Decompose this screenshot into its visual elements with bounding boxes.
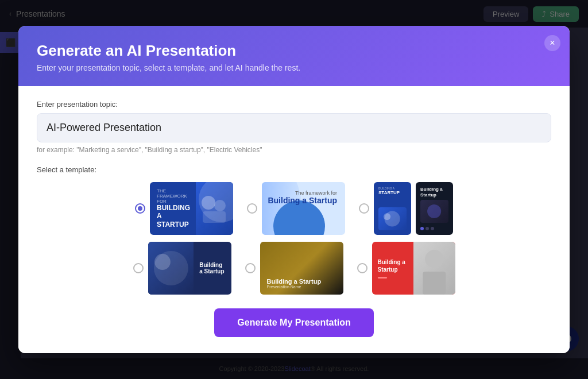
modal-close-button[interactable]: × xyxy=(544,35,560,51)
topic-input[interactable] xyxy=(37,113,551,142)
template-radio-1[interactable] xyxy=(135,203,145,214)
template-card-6[interactable]: Building a Startup Presentation Name xyxy=(260,242,343,295)
template-row-1: The framework for BUILDING A STARTUP xyxy=(37,182,551,235)
modal-overlay: Generate an AI Presentation Enter your p… xyxy=(0,0,588,379)
modal-title: Generate an AI Presentation xyxy=(37,42,551,60)
template-field-label: Select a template: xyxy=(37,165,551,174)
t5-left xyxy=(148,242,194,295)
svg-point-8 xyxy=(425,250,443,268)
template-card-7[interactable]: Building a Startup xyxy=(372,242,455,295)
t3-img xyxy=(378,207,407,230)
template-item-5[interactable]: Building a Startup xyxy=(133,242,231,295)
generate-btn-wrap: Generate My Presentation xyxy=(37,308,551,337)
svg-point-4 xyxy=(384,213,390,220)
template-item-1[interactable]: The framework for BUILDING A STARTUP xyxy=(135,182,233,235)
template-card-3[interactable]: BUILDING A STARTUP xyxy=(374,182,411,235)
modal-subtitle: Enter your presentation topic, select a … xyxy=(37,63,551,72)
svg-point-7 xyxy=(154,254,170,270)
template-radio-6[interactable] xyxy=(245,263,256,273)
template-radio-5[interactable] xyxy=(133,263,144,273)
template-card-2[interactable]: The framework for Building a Startup xyxy=(262,182,345,235)
template-item-6[interactable]: Building a Startup Presentation Name xyxy=(245,242,343,295)
template-item-7[interactable]: Building a Startup xyxy=(357,242,455,295)
t7-person xyxy=(413,242,455,295)
modal: Generate an AI Presentation Enter your p… xyxy=(18,26,570,353)
template-radio-7[interactable] xyxy=(357,263,368,273)
svg-rect-9 xyxy=(423,272,446,295)
modal-header: Generate an AI Presentation Enter your p… xyxy=(18,26,570,86)
modal-body: Enter presentation topic: for example: "… xyxy=(18,86,570,353)
t5-right: Building a Startup xyxy=(194,256,231,280)
template-grid: The framework for BUILDING A STARTUP xyxy=(37,182,551,295)
template-card-1[interactable]: The framework for BUILDING A STARTUP xyxy=(150,182,233,235)
t1-right xyxy=(196,182,233,235)
generate-button[interactable]: Generate My Presentation xyxy=(214,308,373,337)
t5-img xyxy=(148,242,194,295)
portrait-pair: BUILDING A STARTUP xyxy=(374,182,453,235)
t4-img xyxy=(420,200,448,223)
t1-left: The framework for BUILDING A STARTUP xyxy=(150,182,196,235)
template-card-4[interactable]: Building a Startup xyxy=(416,182,453,235)
topic-field-label: Enter presentation topic: xyxy=(37,100,551,109)
svg-point-5 xyxy=(427,204,441,218)
template-row-2: Building a Startup Building a Startup xyxy=(37,242,551,295)
template-radio-3[interactable] xyxy=(359,203,369,214)
template-item-34[interactable]: BUILDING A STARTUP xyxy=(359,182,453,235)
topic-hint: for example: "Marketing a service", "Bui… xyxy=(37,146,551,154)
template-item-2[interactable]: The framework for Building a Startup xyxy=(247,182,345,235)
template-radio-2[interactable] xyxy=(247,203,257,214)
t7-left: Building a Startup xyxy=(372,242,418,295)
template-card-5[interactable]: Building a Startup xyxy=(148,242,231,295)
